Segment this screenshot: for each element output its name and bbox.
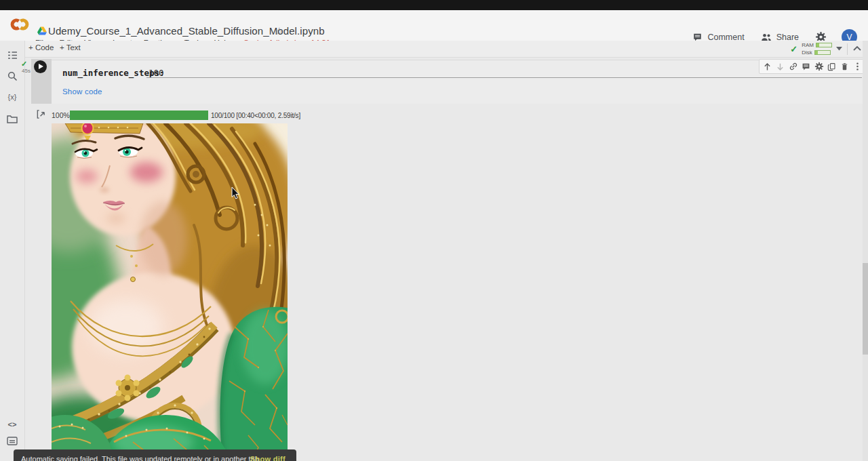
add-code-button[interactable]: + Code [28,43,54,52]
notebook-toolbar: + Code + Text ✓ RAM Disk [24,41,868,58]
collapse-toolbar-chevron-icon[interactable] [852,44,863,52]
star-icon[interactable]: ☆ [275,25,283,37]
copy-cell-link-icon[interactable] [787,61,799,72]
more-cell-actions-kebab-icon[interactable] [852,61,863,72]
form-field-underline [146,77,862,78]
ram-disk-gauges: RAM Disk [802,42,832,56]
show-diff-button[interactable]: Show diff [250,455,285,461]
disk-label: Disk [802,49,812,56]
scrollbar-track [863,41,868,461]
toolbar-divider [847,43,848,55]
run-cell-button[interactable] [34,60,47,73]
output-indicator-icon[interactable] [36,109,46,119]
cell-exec-time: 45s [22,68,31,74]
move-cell-up-icon[interactable] [762,61,773,72]
ram-gauge [816,43,832,47]
header: Udemy_Course_1_Advanced_Stable_Diffusion… [0,10,868,41]
move-cell-down-icon[interactable] [774,61,786,72]
toast-message: Automatic saving failed. This file was u… [21,455,261,461]
mirror-cell-copy-icon[interactable] [826,61,837,72]
resources-indicator[interactable]: ✓ RAM Disk [790,42,842,56]
ram-label: RAM [802,42,814,48]
colab-logo-icon[interactable] [9,17,31,32]
search-icon[interactable] [6,70,18,82]
mouse-cursor [231,187,241,201]
terminal-icon[interactable] [6,435,18,447]
progress-bar [70,111,208,120]
play-icon [39,64,43,69]
scrollbar-thumb[interactable] [863,263,868,355]
cell-toolbar [759,59,866,74]
add-comment-icon[interactable] [800,61,812,72]
runtime-connected-check-icon: ✓ [790,44,797,54]
delete-cell-trash-icon[interactable] [839,61,850,72]
left-sidebar: {x} <> [0,41,25,461]
code-cell[interactable] [52,60,863,104]
table-of-contents-icon[interactable] [6,49,18,61]
progress-percent: 100% [52,111,70,119]
disk-gauge [814,50,831,55]
resources-dropdown-icon[interactable] [836,47,842,51]
show-code-link[interactable]: Show code [62,87,102,96]
code-snippets-icon[interactable]: <> [6,418,18,430]
screen-top-letterbox [0,0,868,10]
variables-icon[interactable]: {x} [6,91,18,103]
files-icon[interactable] [6,113,18,125]
progress-stats: 100/100 [00:40<00:00, 2.59it/s] [211,112,300,119]
form-field-input[interactable]: 100 [149,68,164,78]
colab-notebook-window: Udemy_Course_1_Advanced_Stable_Diffusion… [0,0,868,461]
editor-settings-gear-icon[interactable] [813,61,825,72]
generated-image [52,123,288,461]
autosave-failed-toast: Automatic saving failed. This file was u… [14,449,296,461]
drive-file-icon [37,26,47,35]
add-text-button[interactable]: + Text [60,43,81,52]
